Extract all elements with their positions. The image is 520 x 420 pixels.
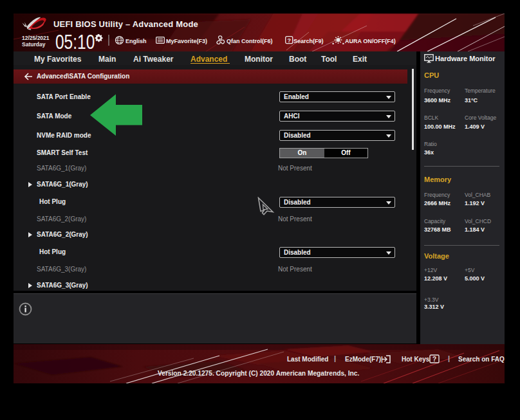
svg-text:05:10: 05:10 <box>55 31 95 51</box>
svg-text:12/25/2021: 12/25/2021 <box>22 35 50 41</box>
svg-text:English: English <box>125 38 147 44</box>
svg-text:UEFI BIOS Utility – Advanced M: UEFI BIOS Utility – Advanced Mode <box>53 19 198 29</box>
svg-text:AURA ON/OFF(F4): AURA ON/OFF(F4) <box>345 38 396 44</box>
svg-text:Search(F9): Search(F9) <box>293 38 324 44</box>
svg-text:Saturday: Saturday <box>22 41 46 48</box>
svg-text:?: ? <box>432 356 436 363</box>
svg-text:Qfan Control(F6): Qfan Control(F6) <box>227 38 273 44</box>
svg-text:?: ? <box>287 37 291 44</box>
svg-text:MyFavorite(F3): MyFavorite(F3) <box>166 38 207 44</box>
